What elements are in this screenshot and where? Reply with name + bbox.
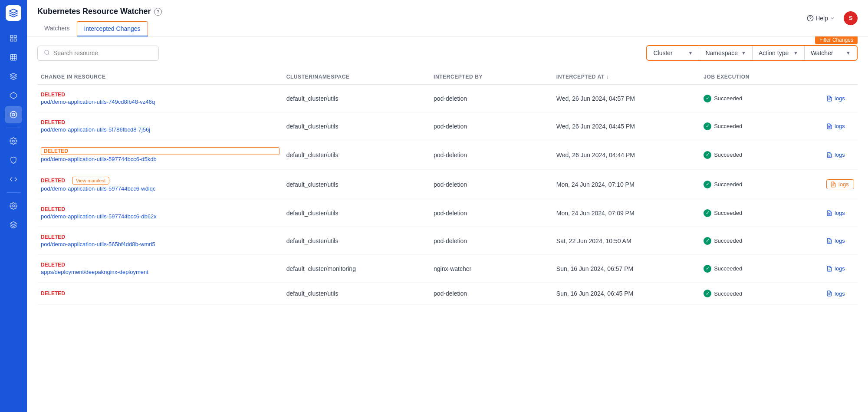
sidebar-divider-2	[7, 192, 20, 193]
filters-row: Filter Changes Cluster ▼ Namespace ▼ Act…	[37, 45, 858, 61]
deleted-badge-3: DELETED	[41, 147, 279, 155]
table-row: DELETED pod/demo-application-utils-59774…	[37, 140, 858, 170]
logs-button-3[interactable]: logs	[826, 152, 854, 158]
resource-cell-8: DELETED	[37, 290, 283, 297]
intercepted-at-8: Sun, 16 Jun 2024, 06:45 PM	[553, 290, 700, 297]
intercepted-at-7: Sun, 16 Jun 2024, 06:57 PM	[553, 265, 700, 272]
cluster-namespace-6: default_cluster/utils	[283, 237, 430, 244]
intercepted-by-3: pod-deletion	[430, 152, 553, 158]
success-icon-6: ✓	[704, 237, 711, 245]
app-title: Kubernetes Resource Watcher	[37, 7, 151, 16]
sidebar-item-grid[interactable]	[5, 49, 22, 66]
title-help-icon[interactable]: ?	[154, 8, 162, 16]
table-row: DELETED View manifest pod/demo-applicati…	[37, 170, 858, 199]
cluster-namespace-4: default_cluster/utils	[283, 181, 430, 188]
logs-cell-3: logs	[823, 152, 858, 158]
svg-rect-0	[10, 35, 13, 37]
logs-button-8[interactable]: logs	[826, 290, 854, 297]
filter-changes-label: Filter Changes	[815, 36, 858, 44]
logs-button-2[interactable]: logs	[826, 123, 854, 129]
status-badge-2: ✓ Succeeded	[704, 122, 819, 130]
filter-dropdowns: Cluster ▼ Namespace ▼ Action type ▼ Watc…	[646, 45, 858, 61]
watcher-filter[interactable]: Watcher ▼	[805, 46, 857, 60]
tab-intercepted-changes[interactable]: Intercepted Changes	[77, 21, 148, 36]
deleted-badge-4: DELETED	[41, 178, 65, 184]
sidebar-logo[interactable]	[6, 5, 21, 21]
action-type-filter[interactable]: Action type ▼	[753, 46, 805, 60]
sidebar-item-cube[interactable]	[5, 87, 22, 104]
intercepted-at-6: Sat, 22 Jun 2024, 10:50 AM	[553, 237, 700, 244]
intercepted-at-3: Wed, 26 Jun 2024, 04:44 PM	[553, 152, 700, 158]
logs-button-1[interactable]: logs	[826, 95, 854, 102]
help-button[interactable]: Help	[802, 12, 840, 24]
sidebar-item-layers[interactable]	[5, 216, 22, 234]
content-area: Filter Changes Cluster ▼ Namespace ▼ Act…	[27, 36, 868, 412]
resource-link-2[interactable]: pod/demo-application-utils-5f786fbcd8-7j…	[41, 126, 279, 133]
search-input[interactable]	[53, 49, 152, 56]
success-icon-8: ✓	[704, 290, 711, 297]
logs-button-4[interactable]: logs	[826, 179, 854, 189]
watcher-chevron-icon: ▼	[846, 50, 851, 56]
sidebar-item-gear[interactable]	[5, 132, 22, 150]
resource-link-3[interactable]: pod/demo-application-utils-597744bcc6-d5…	[41, 156, 279, 162]
sidebar-item-code[interactable]	[5, 171, 22, 188]
svg-line-18	[48, 53, 49, 55]
resource-link-1[interactable]: pod/demo-application-utils-749cd8fb48-vz…	[41, 99, 279, 105]
intercepted-by-7: nginx-watcher	[430, 265, 553, 272]
deleted-badge-2: DELETED	[41, 119, 279, 125]
namespace-filter[interactable]: Namespace ▼	[699, 46, 753, 60]
sidebar-item-widgets[interactable]	[5, 68, 22, 85]
deleted-badge-7: DELETED	[41, 262, 279, 268]
resource-cell-3: DELETED pod/demo-application-utils-59774…	[37, 147, 283, 162]
logs-button-7[interactable]: logs	[826, 265, 854, 272]
job-execution-7: ✓ Succeeded	[700, 265, 823, 273]
sidebar-item-settings[interactable]	[5, 197, 22, 214]
resource-cell-1: DELETED pod/demo-application-utils-749cd…	[37, 92, 283, 105]
search-box[interactable]	[37, 46, 159, 61]
cluster-namespace-8: default_cluster/utils	[283, 290, 430, 297]
svg-point-17	[45, 50, 49, 54]
resource-link-5[interactable]: pod/demo-application-utils-597744bcc6-db…	[41, 213, 279, 220]
resource-link-7[interactable]: apps/deployment/deepaknginx-deployment	[41, 269, 279, 275]
svg-marker-9	[10, 92, 17, 99]
status-text-6: Succeeded	[714, 237, 742, 244]
job-execution-8: ✓ Succeeded	[700, 290, 823, 297]
sidebar-item-watcher[interactable]	[5, 106, 22, 123]
cluster-namespace-2: default_cluster/utils	[283, 123, 430, 130]
status-badge-6: ✓ Succeeded	[704, 237, 819, 245]
col-header-cluster-namespace: CLUSTER/NAMESPACE	[283, 74, 430, 80]
view-manifest-button[interactable]: View manifest	[72, 177, 109, 185]
logs-button-6[interactable]: logs	[826, 237, 854, 244]
status-text-3: Succeeded	[714, 152, 742, 158]
main-content: Kubernetes Resource Watcher ? Watchers I…	[27, 0, 868, 412]
intercepted-by-2: pod-deletion	[430, 123, 553, 130]
col-header-job-execution: JOB EXECUTION	[700, 74, 823, 80]
status-text-4: Succeeded	[714, 181, 742, 188]
logs-button-5[interactable]: logs	[826, 210, 854, 216]
resource-link-6[interactable]: pod/demo-application-utils-565bf4dd8b-wm…	[41, 241, 279, 247]
header-right: Help S	[802, 11, 858, 32]
status-badge-1: ✓ Succeeded	[704, 95, 819, 102]
logs-cell-7: logs	[823, 265, 858, 272]
user-avatar[interactable]: S	[844, 11, 858, 25]
svg-point-10	[10, 112, 17, 118]
cluster-filter-label: Cluster	[653, 49, 672, 56]
cluster-filter[interactable]: Cluster ▼	[647, 46, 699, 60]
intercepted-by-4: pod-deletion	[430, 181, 553, 188]
sidebar-item-dashboard[interactable]	[5, 30, 22, 47]
intercepted-at-4: Mon, 24 Jun 2024, 07:10 PM	[553, 181, 700, 188]
job-execution-6: ✓ Succeeded	[700, 237, 823, 245]
resource-link-4[interactable]: pod/demo-application-utils-597744bcc6-wd…	[41, 185, 279, 192]
col-header-intercepted-at[interactable]: INTERCEPTED AT ↓	[553, 74, 700, 80]
sidebar-item-shield[interactable]	[5, 152, 22, 169]
col-header-actions	[823, 74, 858, 80]
svg-point-12	[13, 140, 15, 142]
success-icon-4: ✓	[704, 181, 711, 188]
tab-watchers[interactable]: Watchers	[37, 21, 77, 36]
app-title-row: Kubernetes Resource Watcher ?	[37, 7, 162, 16]
logs-cell-5: logs	[823, 210, 858, 216]
table-row: DELETED apps/deployment/deepaknginx-depl…	[37, 255, 858, 283]
success-icon-7: ✓	[704, 265, 711, 273]
job-execution-4: ✓ Succeeded	[700, 181, 823, 188]
success-icon-1: ✓	[704, 95, 711, 102]
